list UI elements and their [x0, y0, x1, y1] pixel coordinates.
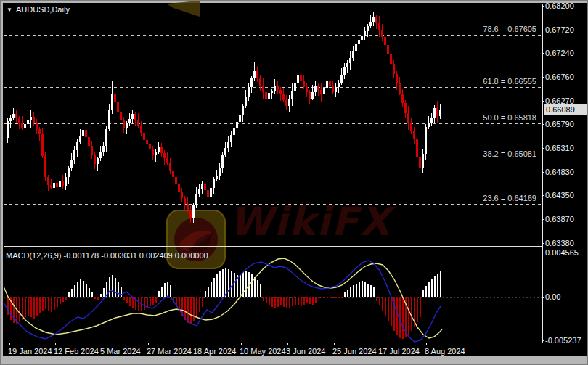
price-axis-tick: [542, 6, 544, 7]
time-axis-label: 12 Feb 2024: [54, 347, 99, 356]
price-axis-tick: [542, 243, 544, 244]
price-axis-label: 0.65310: [545, 144, 587, 153]
time-axis-tick: [241, 343, 242, 345]
time-axis-label: 18 Apr 2024: [193, 347, 236, 356]
time-axis-label: 8 Aug 2024: [425, 347, 465, 356]
time-axis-tick: [102, 343, 102, 345]
time-axis-tick: [148, 343, 149, 345]
macd-axis-label: 0.004565: [545, 248, 587, 258]
macd-axis-tick: [542, 253, 544, 253]
time-axis-label: 3 Jun 2024: [286, 347, 325, 356]
price-axis-separator: [542, 4, 543, 343]
time-axis-tick: [195, 343, 195, 345]
fib-level-label: 50.0 = 0.65818: [1, 113, 536, 122]
price-axis-tick: [542, 30, 544, 30]
fib-level-label: 78.6 = 0.67605: [1, 25, 536, 33]
price-axis-tick: [542, 172, 544, 173]
chart-window: WikiFX 78.6 = 0.6760561.8 = 0.6655550.0 …: [0, 0, 588, 365]
price-axis-label: 0.66760: [545, 73, 587, 82]
macd-axis-tick: [542, 297, 544, 298]
price-axis-label: 0.64830: [545, 168, 587, 177]
symbol-label: ▼AUDUSD,Daily: [7, 5, 70, 14]
price-axis-tick: [542, 219, 544, 220]
time-axis-label: 25 Jun 2024: [332, 347, 377, 356]
time-axis-tick: [426, 343, 427, 345]
panel-splitter-line-top[interactable]: [4, 246, 542, 247]
fib-level-label: 61.8 = 0.66555: [1, 77, 536, 86]
time-axis-tick: [55, 343, 56, 345]
time-axis-label: 10 May 2024: [240, 347, 286, 356]
price-axis-label: 0.63870: [545, 215, 587, 224]
macd-axis-label: 0.00: [545, 292, 587, 302]
fib-level-label: 23.6 = 0.64169: [1, 194, 536, 202]
symbol-timeframe-text: AUDUSD,Daily: [16, 5, 70, 14]
macd-chart-canvas[interactable]: [4, 250, 542, 343]
time-axis-label: 5 Mar 2024: [100, 347, 141, 356]
time-axis-label: 27 Mar 2024: [147, 347, 192, 356]
time-axis-tick: [9, 343, 10, 345]
fib-level-label: 38.2 = 0.65081: [1, 149, 536, 158]
current-price-badge: 0.66089: [544, 104, 587, 115]
chevron-down-icon[interactable]: ▼: [7, 7, 12, 13]
time-axis-label: 17 Jul 2024: [378, 347, 420, 356]
price-axis-label: 0.65790: [545, 120, 587, 129]
price-axis-tick: [542, 124, 544, 125]
price-axis-tick: [542, 148, 544, 149]
price-axis-label: 0.67720: [545, 25, 587, 35]
time-axis: 19 Jan 202412 Feb 20245 Mar 202427 Mar 2…: [3, 343, 587, 356]
price-chart-canvas[interactable]: [4, 4, 542, 246]
macd-axis-tick: [542, 340, 544, 341]
price-axis-tick: [542, 101, 544, 102]
price-axis-tick: [542, 53, 544, 54]
price-axis-label: 0.67240: [545, 49, 587, 58]
price-axis-tick: [542, 195, 544, 196]
time-axis-tick: [380, 343, 380, 345]
price-axis-label: 0.64350: [545, 191, 587, 200]
price-axis-tick: [542, 77, 544, 78]
price-axis-label: 0.68200: [545, 1, 587, 11]
time-axis-tick: [334, 343, 335, 345]
time-axis-tick: [287, 343, 288, 345]
time-axis-label: 19 Jan 2024: [8, 347, 52, 356]
price-axis-label: 0.63380: [545, 239, 587, 248]
macd-header: MACD(12,26,9) -0.001178 -0.003031 0.0024…: [6, 251, 208, 260]
